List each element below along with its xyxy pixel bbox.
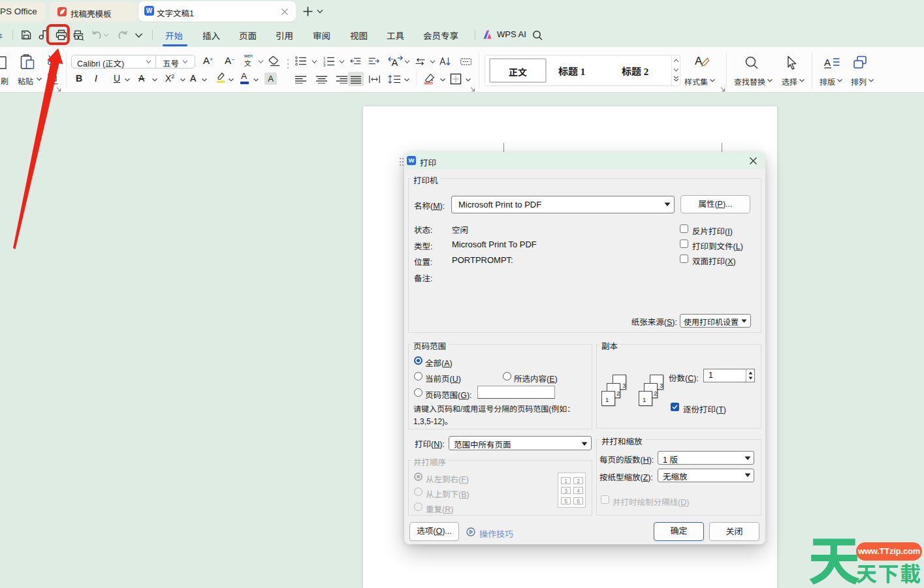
svg-text:3: 3	[323, 63, 326, 67]
svg-text:A: A	[824, 57, 831, 68]
